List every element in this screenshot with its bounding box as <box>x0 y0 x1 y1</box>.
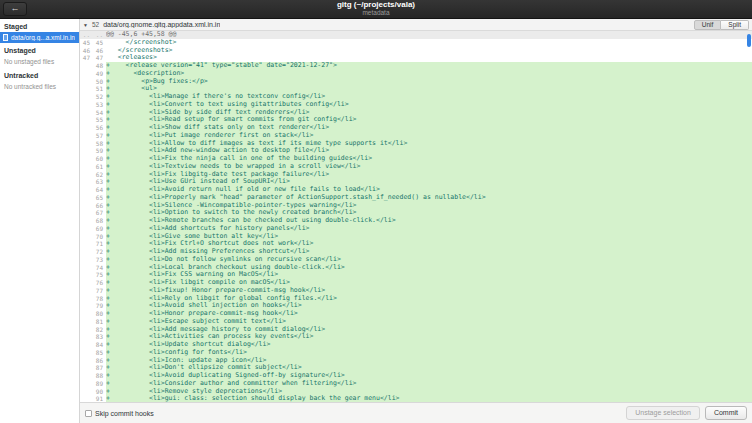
diff-line[interactable]: 60+ <li>Fix the ninja call in one of the… <box>80 155 752 163</box>
new-line-number: 63 <box>93 178 106 186</box>
checkbox-icon[interactable] <box>85 410 92 417</box>
diff-line[interactable]: ....@@ -45,6 +45,58 @@ <box>80 31 752 39</box>
code-text: + <li>Rely on libgit for global config f… <box>106 295 752 303</box>
old-line-number <box>80 171 93 179</box>
old-line-number <box>80 287 93 295</box>
old-line-number <box>80 233 93 241</box>
diff-line[interactable]: 56+ <li>Show diff stats only on text ren… <box>80 124 752 132</box>
diff-line[interactable]: 70+ <li>Give some button alt key</li> <box>80 233 752 241</box>
code-text: + <li>Activities can process key events<… <box>106 333 752 341</box>
skip-commit-hooks-checkbox[interactable]: Skip commit hooks <box>85 410 154 417</box>
new-line-number: 71 <box>93 240 106 248</box>
diff-line[interactable]: 74+ <li>Local branch checkout using doub… <box>80 264 752 272</box>
code-text: + <li>Convert to text using gitattribute… <box>106 101 752 109</box>
diff-line[interactable]: 64+ <li>Avoid return null if old or new … <box>80 186 752 194</box>
diff-line[interactable]: 67+ <li>Option to switch to the newly cr… <box>80 209 752 217</box>
diff-line[interactable]: 48+ <release version="41" type="stable" … <box>80 62 752 70</box>
code-text: + <li>Fix libgit compile on macOS</li> <box>106 279 752 287</box>
diff-line[interactable]: 75+ <li>Fix CSS warning on MacOS</li> <box>80 271 752 279</box>
old-line-number: 46 <box>80 47 93 55</box>
code-text: + <li>Icon: update app icon</li> <box>106 357 752 365</box>
split-view-button[interactable]: Split <box>721 20 749 30</box>
diff-line[interactable]: 51+ <ul> <box>80 85 752 93</box>
diff-line[interactable]: 50+ <p>Bug fixes:</p> <box>80 78 752 86</box>
new-line-number: 75 <box>93 271 106 279</box>
diff-line[interactable]: 83+ <li>Activities can process key event… <box>80 333 752 341</box>
diff-line[interactable]: 63+ <li>Use GUri instead of SoupURI</li> <box>80 178 752 186</box>
old-line-number <box>80 70 93 78</box>
old-line-number <box>80 302 93 310</box>
diff-line[interactable]: 62+ <li>Fix libgitg-date test package fa… <box>80 171 752 179</box>
diff-line[interactable]: 72+ <li>Add missing Preferences shortcut… <box>80 248 752 256</box>
expander-icon[interactable]: ▼ <box>83 22 88 28</box>
diff-line[interactable]: 76+ <li>Fix libgit compile on macOS</li> <box>80 279 752 287</box>
diff-line[interactable]: 84+ <li>Update shortcut dialog</li> <box>80 341 752 349</box>
code-text: + <li>Add new-window action to desktop f… <box>106 147 752 155</box>
code-text: + <li>Use GUri instead of SoupURI</li> <box>106 178 752 186</box>
new-line-number: 79 <box>93 302 106 310</box>
diff-line[interactable]: 52+ <li>Manage if there's no textconv co… <box>80 93 752 101</box>
code-text: + <li>Properly mark "head" parameter of … <box>106 194 752 202</box>
diff-line[interactable]: 49+ <description> <box>80 70 752 78</box>
new-line-number: 62 <box>93 171 106 179</box>
code-text: + <li>Fix libgitg-date test package fail… <box>106 171 752 179</box>
diff-line[interactable]: 61+ <li>Textview needs to be wrapped in … <box>80 163 752 171</box>
code-text: + <li>Show diff stats only on text rende… <box>106 124 752 132</box>
new-line-number: .. <box>93 31 106 39</box>
diff-line[interactable]: 89+ <li>Consider author and committer wh… <box>80 380 752 388</box>
diff-line[interactable]: 53+ <li>Convert to text using gitattribu… <box>80 101 752 109</box>
old-line-number <box>80 78 93 86</box>
diff-line[interactable]: 77+ <li>fixup! Honor prepare-commit-msg … <box>80 287 752 295</box>
diff-line[interactable]: 4646 </screenshots> <box>80 47 752 55</box>
diff-line[interactable]: 54+ <li>Side by side diff text renderers… <box>80 109 752 117</box>
new-line-number: 86 <box>93 357 106 365</box>
diff-line[interactable]: 57+ <li>Put image renderer first on stac… <box>80 132 752 140</box>
code-text: </screenshots> <box>106 47 752 55</box>
code-text: + <description> <box>106 70 752 78</box>
diff-line[interactable]: 87+ <li>Don't ellipsize commit subject</… <box>80 364 752 372</box>
diff-line[interactable]: 71+ <li>Fix Ctrl+O shortcut does not wor… <box>80 240 752 248</box>
code-text: + <li>Manage if there's no textconv conf… <box>106 93 752 101</box>
diff-line[interactable]: 66+ <li>Silence -Wincompatible-pointer-t… <box>80 202 752 210</box>
staged-file-item[interactable]: data/org.g...a.xml.in.in <box>0 32 79 43</box>
skip-commit-hooks-label: Skip commit hooks <box>95 410 154 417</box>
sidebar: Staged data/org.g...a.xml.in.in Unstaged… <box>0 19 80 423</box>
code-text: + <li>Consider author and committer when… <box>106 380 752 388</box>
diff-line[interactable]: 65+ <li>Properly mark "head" parameter o… <box>80 194 752 202</box>
code-text: @@ -45,6 +45,58 @@ <box>106 31 752 39</box>
diff-line[interactable]: 88+ <li>Avoid duplicating Signed-off-by … <box>80 372 752 380</box>
unstage-selection-button[interactable]: Unstage selection <box>626 406 700 420</box>
new-line-number: 90 <box>93 388 106 396</box>
diff-line[interactable]: 82+ <li>Add message history to commit di… <box>80 326 752 334</box>
diff-line[interactable]: 85+ <li>config for fonts</li> <box>80 349 752 357</box>
new-line-number: 57 <box>93 132 106 140</box>
staged-file-name: data/org.g...a.xml.in.in <box>11 34 75 41</box>
diff-line[interactable]: 80+ <li>Honor prepare-commit-msg hook</l… <box>80 310 752 318</box>
code-text: + <li>Avoid shell injection on hooks</li… <box>106 302 752 310</box>
scrollbar-thumb[interactable] <box>747 34 751 47</box>
diff-line[interactable]: 59+ <li>Add new-window action to desktop… <box>80 147 752 155</box>
diff-line[interactable]: 73+ <li>Do not follow symlinks on recurs… <box>80 256 752 264</box>
diff-line[interactable]: 55+ <li>Read setup for smart commits fro… <box>80 116 752 124</box>
old-line-number <box>80 271 93 279</box>
diff-line[interactable]: 91+ <li>gui: class: selection should dis… <box>80 395 752 402</box>
diff-line[interactable]: 4545 </screenshot> <box>80 39 752 47</box>
diff-line[interactable]: 68+ <li>Remote branches can be checked o… <box>80 217 752 225</box>
back-button[interactable]: ← <box>3 2 27 16</box>
diff-line[interactable]: 86+ <li>Icon: update app icon</li> <box>80 357 752 365</box>
diff-line[interactable]: 69+ <li>Add shortcuts for history panels… <box>80 225 752 233</box>
diff-line[interactable]: 90+ <li>Remove style deprecations</li> <box>80 388 752 396</box>
diff-line[interactable]: 78+ <li>Rely on libgit for global config… <box>80 295 752 303</box>
old-line-number <box>80 225 93 233</box>
commit-button[interactable]: Commit <box>705 406 747 420</box>
code-text: + <li>Escape subject commit text</li> <box>106 318 752 326</box>
diff-line[interactable]: 81+ <li>Escape subject commit text</li> <box>80 318 752 326</box>
diff-line[interactable]: 79+ <li>Avoid shell injection on hooks</… <box>80 302 752 310</box>
new-line-number: 54 <box>93 109 106 117</box>
old-line-number <box>80 101 93 109</box>
unified-view-button[interactable]: Unif <box>694 20 722 30</box>
diff-line[interactable]: 58+ <li>Allow to diff images as text if … <box>80 140 752 148</box>
new-line-number: 76 <box>93 279 106 287</box>
new-line-number: 68 <box>93 217 106 225</box>
diff-line[interactable]: 4747 <releases> <box>80 54 752 62</box>
